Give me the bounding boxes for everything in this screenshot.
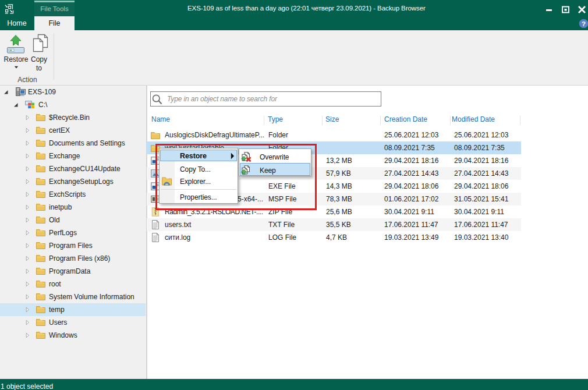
svg-text:?: ? xyxy=(582,20,586,27)
